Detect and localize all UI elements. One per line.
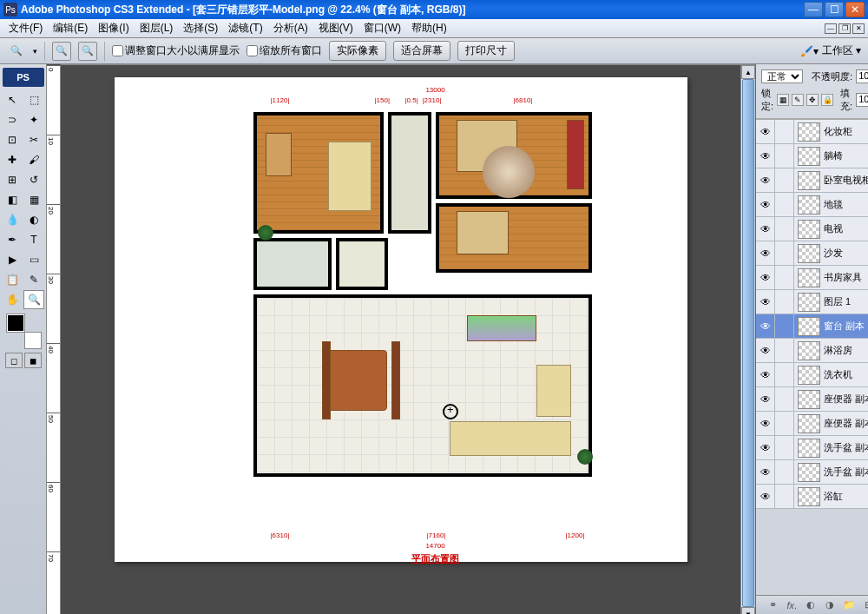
layer-name[interactable]: 座便器 副本 [824,417,868,430]
move-tool[interactable]: ↖ [2,90,23,109]
layer-name[interactable]: 座便器 副本 2 [824,393,868,406]
actual-pixels-button[interactable]: 实际像素 [329,41,386,61]
background-color[interactable] [24,332,42,349]
type-tool[interactable]: T [23,230,44,249]
layer-row[interactable]: 👁书房家具 [756,266,868,290]
layer-thumbnail[interactable] [798,122,820,142]
layer-thumbnail[interactable] [798,171,820,190]
layer-link-cell[interactable] [775,363,794,386]
gradient-tool[interactable]: ▦ [23,190,44,209]
slice-tool[interactable]: ✂ [23,130,44,149]
layer-visibility-icon[interactable]: 👁 [756,120,775,143]
layer-visibility-icon[interactable]: 👁 [756,314,775,338]
blur-tool[interactable]: 💧 [2,210,23,229]
lock-position-icon[interactable]: ✥ [806,94,819,106]
healing-tool[interactable]: ✚ [2,150,23,169]
layer-name[interactable]: 图层 1 [824,295,868,308]
opacity-input[interactable]: 100% [856,69,868,83]
layer-thumbnail[interactable] [798,487,820,506]
zoom-in-button[interactable]: 🔍 [52,42,71,61]
layer-visibility-icon[interactable]: 👁 [756,485,775,508]
close-button[interactable]: ✕ [845,2,865,17]
layer-link-cell[interactable] [775,241,794,265]
lock-all-icon[interactable]: 🔒 [821,94,833,106]
layers-list[interactable]: 👁化妆柜👁躺椅👁卧室电视柜👁地毯👁电视👁沙发👁书房家具👁图层 1👁窗台 副本👁淋… [756,119,868,595]
layer-thumbnail[interactable] [798,220,820,239]
layer-link-cell[interactable] [775,412,794,435]
layer-thumbnail[interactable] [798,244,820,263]
layer-row[interactable]: 👁窗台 副本 [756,314,868,339]
zoom-all-checkbox[interactable]: 缩放所有窗口 [247,43,322,58]
layer-name[interactable]: 窗台 副本 [824,320,868,333]
layer-name[interactable]: 浴缸 [824,490,868,503]
layer-thumbnail[interactable] [798,147,820,166]
layer-thumbnail[interactable] [798,463,820,482]
menu-layer[interactable]: 图层(L) [135,19,179,37]
layer-row[interactable]: 👁座便器 副本 2 [756,387,868,412]
layer-name[interactable]: 淋浴房 [824,344,868,357]
print-size-button[interactable]: 打印尺寸 [457,41,515,61]
brush-icon[interactable]: 🖌️▾ [800,45,819,57]
layer-visibility-icon[interactable]: 👁 [756,241,775,265]
notes-tool[interactable]: 📋 [2,270,23,289]
layer-row[interactable]: 👁洗手盆 副本 2 [756,460,868,485]
workspace-menu[interactable]: 工作区 ▾ [822,43,861,58]
layer-row[interactable]: 👁图层 1 [756,290,868,314]
layer-style-icon[interactable]: fx. [785,599,799,611]
brush-tool[interactable]: 🖌 [23,150,44,169]
quickmask-mode[interactable]: ◼ [24,353,42,368]
eyedropper-tool[interactable]: ✎ [23,270,44,289]
layer-link-cell[interactable] [775,387,794,411]
path-select-tool[interactable]: ▶ [2,250,23,269]
layer-thumbnail[interactable] [798,317,820,336]
layer-row[interactable]: 👁地毯 [756,193,868,217]
fit-screen-button[interactable]: 适合屏幕 [393,41,450,61]
lock-transparent-icon[interactable]: ▦ [777,94,789,106]
layer-mask-icon[interactable]: ◐ [804,599,818,611]
eraser-tool[interactable]: ◧ [2,190,23,209]
scrollbar-vertical[interactable]: ▲▼ [740,65,755,614]
doc-restore-button[interactable]: ❐ [838,23,851,34]
layer-thumbnail[interactable] [798,195,820,215]
layer-visibility-icon[interactable]: 👁 [756,193,775,216]
layer-visibility-icon[interactable]: 👁 [756,144,775,168]
layer-visibility-icon[interactable]: 👁 [756,290,775,314]
blend-mode-select[interactable]: 正常 [761,69,803,83]
fill-input[interactable]: 100% [856,93,868,107]
layer-link-cell[interactable] [775,144,794,168]
layer-link-cell[interactable] [775,314,794,338]
layer-name[interactable]: 洗手盆 副本 2 [824,465,868,479]
layer-visibility-icon[interactable]: 👁 [756,387,775,411]
menu-view[interactable]: 视图(V) [313,19,358,37]
layer-link-cell[interactable] [775,217,794,241]
layer-thumbnail[interactable] [798,390,820,409]
layer-visibility-icon[interactable]: 👁 [756,363,775,386]
layer-thumbnail[interactable] [798,366,820,385]
menu-filter[interactable]: 滤镜(T) [223,19,267,37]
history-brush-tool[interactable]: ↺ [23,170,44,189]
layer-row[interactable]: 👁座便器 副本 [756,412,868,436]
layer-group-icon[interactable]: 📁 [842,599,856,611]
layer-row[interactable]: 👁洗手盆 副本 3 [756,436,868,460]
layer-row[interactable]: 👁洗衣机 [756,363,868,387]
layer-row[interactable]: 👁化妆柜 [756,120,868,144]
layer-visibility-icon[interactable]: 👁 [756,168,775,192]
marquee-tool[interactable]: ⬚ [23,90,44,109]
layer-link-cell[interactable] [775,485,794,508]
resize-window-checkbox[interactable]: 调整窗口大小以满屏显示 [112,43,240,58]
link-layers-icon[interactable]: ⚭ [766,599,779,611]
layer-name[interactable]: 卧室电视柜 [824,174,868,187]
doc-close-button[interactable]: ✕ [852,23,865,34]
minimize-button[interactable]: — [804,2,823,17]
menu-edit[interactable]: 编辑(E) [48,19,93,37]
lasso-tool[interactable]: ⊃ [2,110,23,129]
zoom-tool[interactable]: 🔍 [23,290,44,309]
layer-visibility-icon[interactable]: 👁 [756,412,775,435]
foreground-color[interactable] [7,314,24,332]
layer-visibility-icon[interactable]: 👁 [756,436,775,459]
layer-name[interactable]: 地毯 [824,198,868,211]
dodge-tool[interactable]: ◐ [23,210,44,229]
new-layer-icon[interactable]: ⊞ [861,599,868,611]
layer-link-cell[interactable] [775,436,794,459]
layer-row[interactable]: 👁淋浴房fx ▾ [756,339,868,363]
